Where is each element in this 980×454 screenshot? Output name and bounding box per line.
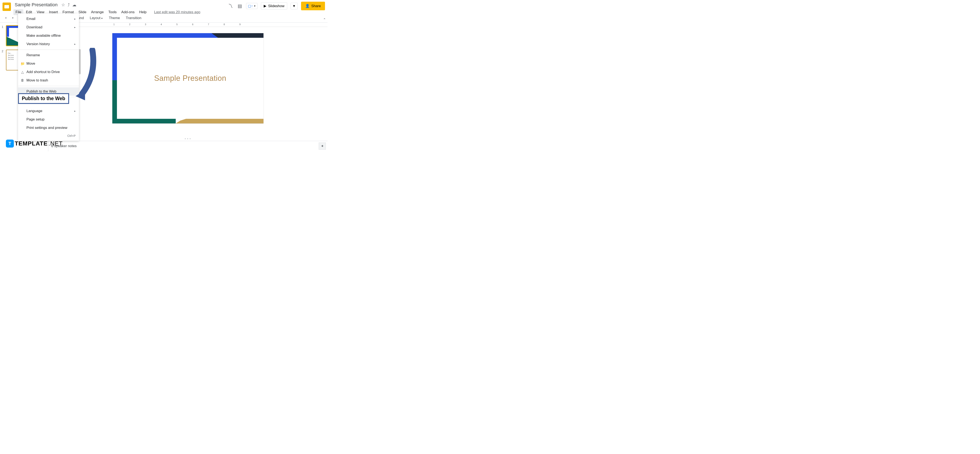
- person-icon: 👤: [305, 4, 310, 8]
- new-slide-button[interactable]: ＋: [3, 14, 9, 21]
- menu-trash[interactable]: 🗑Move to trash: [18, 76, 79, 84]
- submenu-arrow-icon: ▸: [74, 43, 76, 46]
- document-title[interactable]: Sample Presentation: [13, 2, 59, 8]
- comments-icon[interactable]: ▤: [237, 3, 243, 9]
- watermark-suffix: .NET: [48, 140, 63, 147]
- menu-offline[interactable]: Make available offline: [18, 32, 79, 40]
- slide-canvas[interactable]: Sample Presentation: [112, 33, 264, 124]
- menu-arrange[interactable]: Arrange: [89, 9, 106, 15]
- watermark-text: TEMPLATE: [15, 140, 48, 147]
- collapse-toolbar-icon[interactable]: ⌃: [323, 17, 326, 22]
- menu-help[interactable]: Help: [137, 9, 149, 15]
- slideshow-label: Slideshow: [268, 4, 285, 8]
- layout-button[interactable]: Layout▼: [87, 15, 105, 21]
- slideshow-caret[interactable]: ▼: [291, 3, 298, 10]
- cloud-status-icon[interactable]: ☁: [72, 2, 76, 7]
- share-label: Share: [311, 4, 321, 8]
- chevron-down-icon: ▼: [254, 5, 256, 7]
- folder-move-icon: 📁: [21, 62, 24, 66]
- watermark-badge: T: [6, 140, 14, 148]
- thumb-number: 2: [2, 49, 5, 70]
- callout-highlight: Publish to the Web: [18, 93, 69, 104]
- menu-move[interactable]: 📁Move: [18, 59, 79, 68]
- new-slide-caret[interactable]: ▼: [10, 16, 16, 21]
- theme-button[interactable]: Theme: [106, 15, 123, 21]
- trend-icon[interactable]: 〽: [228, 3, 234, 9]
- speaker-notes[interactable]: d speaker notes: [48, 141, 328, 151]
- menu-version-history[interactable]: Version history▸: [18, 40, 79, 48]
- star-icon[interactable]: ☆: [61, 2, 65, 7]
- submenu-arrow-icon: ▸: [74, 110, 76, 113]
- last-edit-link[interactable]: Last edit was 20 minutes ago: [154, 10, 200, 14]
- thumb-number: 1: [2, 25, 5, 46]
- submenu-arrow-icon: ▸: [74, 26, 76, 29]
- menu-separator: [18, 49, 79, 50]
- slides-logo[interactable]: [3, 3, 11, 11]
- transition-button[interactable]: Transition: [123, 15, 144, 21]
- menu-download[interactable]: Download▸: [18, 23, 79, 32]
- trash-icon: 🗑: [21, 78, 24, 82]
- menu-add-shortcut[interactable]: △Add shortcut to Drive: [18, 68, 79, 76]
- explore-button[interactable]: ✦: [319, 143, 326, 150]
- separator: [18, 16, 18, 21]
- menu-rename[interactable]: Rename: [18, 51, 79, 59]
- menu-print[interactable]: Ctrl+P: [18, 132, 79, 140]
- present-dropdown[interactable]: ▢↑ ▼: [246, 3, 258, 9]
- play-icon: ▶: [264, 4, 266, 8]
- slideshow-button[interactable]: ▶ Slideshow: [261, 2, 287, 10]
- drive-shortcut-icon: △: [21, 70, 24, 74]
- present-up-icon: ▢↑: [248, 4, 253, 8]
- share-button[interactable]: 👤 Share: [301, 2, 325, 10]
- menu-addons[interactable]: Add-ons: [119, 9, 137, 15]
- menu-language[interactable]: Language▸: [18, 107, 79, 115]
- menu-page-setup[interactable]: Page setup: [18, 115, 79, 124]
- horizontal-ruler: 1 2 3 4 5 6 7 8 9: [48, 23, 328, 27]
- slide-title[interactable]: Sample Presentation: [154, 74, 226, 83]
- watermark: T TEMPLATE .NET: [6, 140, 63, 148]
- callout-arrow-icon: [73, 48, 99, 102]
- menu-tools[interactable]: Tools: [106, 9, 119, 15]
- move-icon[interactable]: ⤴: [68, 3, 70, 7]
- menu-email[interactable]: Email▸: [18, 15, 79, 23]
- menu-print-preview[interactable]: Print settings and preview: [18, 124, 79, 132]
- shortcut-label: Ctrl+P: [67, 134, 76, 138]
- submenu-arrow-icon: ▸: [74, 17, 76, 21]
- notes-drag-handle[interactable]: • • •: [185, 138, 191, 140]
- file-menu-dropdown: Email▸ Download▸ Make available offline …: [18, 13, 79, 141]
- app-header: Sample Presentation ☆ ⤴ ☁ File Edit View…: [0, 0, 328, 13]
